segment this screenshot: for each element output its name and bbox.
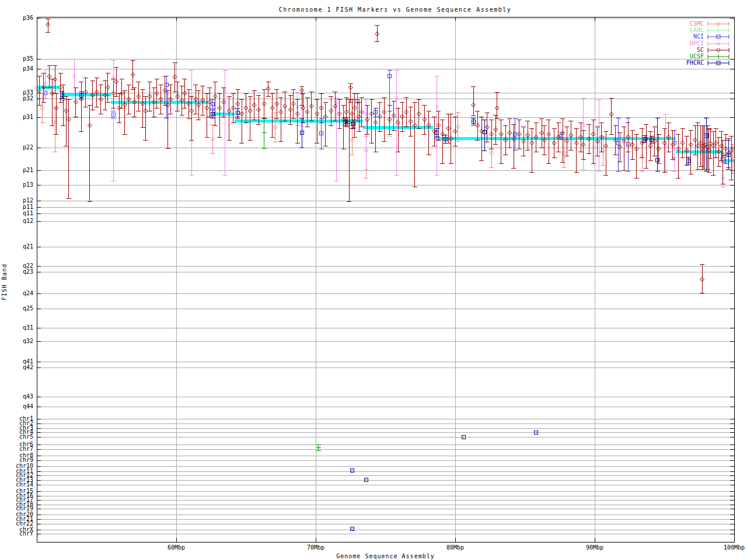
- marker-dot: [250, 111, 250, 111]
- marker-dot: [455, 131, 456, 132]
- legend-sample-diamond-icon: [707, 21, 729, 27]
- marker-dot: [153, 102, 154, 103]
- marker-dot: [145, 111, 146, 111]
- plot-border: [37, 17, 734, 542]
- marker-dot: [303, 108, 303, 108]
- marker-dot: [52, 93, 53, 94]
- marker-dot: [317, 114, 317, 114]
- marker-dot: [242, 114, 242, 114]
- y-tick-label: chr5: [19, 433, 33, 440]
- marker-dot: [272, 108, 273, 108]
- y-axis-title: FISH Band: [1, 256, 8, 308]
- marker-dot: [81, 99, 82, 100]
- marker-dot: [321, 108, 322, 108]
- marker-dot: [349, 123, 350, 123]
- marker-dot: [589, 139, 589, 139]
- marker-dot: [704, 145, 705, 145]
- x-tick-label: 60Mbp: [167, 544, 185, 551]
- marker-dot: [722, 155, 723, 155]
- marker-dot: [710, 144, 711, 144]
- legend-entry-rpci: RPCI: [686, 40, 729, 47]
- marker-dot: [361, 112, 362, 113]
- y-tick-label: chrY: [19, 530, 33, 537]
- marker-dot: [384, 112, 385, 113]
- marker-dot: [181, 100, 182, 101]
- marker-dot: [563, 133, 563, 134]
- marker-dot: [105, 95, 106, 96]
- marker-dot: [528, 135, 528, 136]
- legend-entry-csmc: CSMC: [686, 20, 729, 27]
- marker-dot: [713, 146, 714, 146]
- marker-dot: [352, 140, 352, 141]
- marker-dot: [63, 99, 64, 100]
- x-tick-label: 90Mbp: [586, 544, 603, 551]
- marker-dot: [264, 104, 264, 104]
- marker-dot: [55, 123, 55, 123]
- y-tick-label: chr14: [16, 481, 33, 488]
- marker-dot: [636, 149, 637, 149]
- marker-dot: [142, 104, 143, 104]
- legend-label: RPCI: [690, 41, 704, 47]
- marker-dot: [583, 145, 584, 145]
- marker-dot: [128, 99, 129, 100]
- marker-dot: [189, 104, 189, 104]
- marker-dot: [359, 117, 359, 117]
- marker-dot: [532, 143, 532, 144]
- marker-dot: [654, 141, 655, 142]
- legend-sample-plus-icon: [707, 27, 729, 33]
- marker-dot: [414, 125, 415, 126]
- marker-dot: [212, 139, 213, 139]
- marker-dot: [233, 108, 233, 108]
- marker-dot: [121, 93, 122, 94]
- marker-dot: [718, 152, 719, 152]
- marker-dot: [297, 114, 298, 114]
- legend-label: SC: [697, 47, 704, 53]
- marker-dot: [458, 127, 458, 127]
- y-tick-label: p11: [23, 204, 33, 210]
- y-tick-label: q32: [23, 338, 33, 344]
- marker-dot: [49, 76, 50, 77]
- marker-dot: [725, 149, 726, 149]
- marker-dot: [346, 112, 347, 113]
- marker-dot: [246, 108, 246, 108]
- marker-dot: [281, 112, 281, 113]
- marker-dot: [375, 123, 376, 123]
- y-tick-label: q11: [23, 210, 33, 216]
- marker-dot: [177, 96, 178, 97]
- marker-dot: [558, 137, 558, 138]
- marker-dot: [350, 88, 351, 88]
- x-axis-title: Genome Sequence Assembly: [37, 553, 734, 559]
- marker-dot: [424, 120, 425, 120]
- marker-dot: [174, 77, 175, 78]
- marker-dot: [68, 120, 69, 120]
- y-tick-label: q43: [23, 393, 33, 400]
- y-tick-label: p32: [23, 95, 33, 102]
- marker-dot: [307, 112, 308, 113]
- marker-dot: [519, 134, 519, 135]
- marker-dot: [203, 100, 203, 101]
- marker-dot: [302, 90, 302, 91]
- marker-dot: [149, 96, 150, 97]
- x-tick-label: 80Mbp: [446, 544, 464, 551]
- y-tick-label: q42: [23, 364, 33, 370]
- marker-dot: [501, 134, 501, 135]
- marker-dot: [695, 140, 696, 141]
- marker-dot: [491, 153, 492, 153]
- marker-dot: [523, 141, 524, 142]
- marker-dot: [536, 137, 536, 138]
- marker-dot: [678, 149, 679, 149]
- marker-dot: [352, 114, 352, 114]
- marker-dot: [367, 120, 368, 120]
- marker-dot: [632, 145, 633, 145]
- marker-dot: [167, 105, 168, 106]
- fish-marker-chart: p36p35p34p33p32p31p22p21p13p12p11q11q12q…: [0, 0, 747, 560]
- marker-dot: [402, 117, 403, 117]
- marker-dot: [732, 159, 733, 159]
- marker-dot: [624, 141, 624, 142]
- marker-dot: [495, 130, 496, 130]
- marker-dot: [134, 102, 135, 103]
- marker-dot: [542, 133, 542, 134]
- marker-dot: [576, 143, 577, 144]
- y-tick-label: chr7: [19, 446, 33, 452]
- marker-dot: [132, 75, 133, 75]
